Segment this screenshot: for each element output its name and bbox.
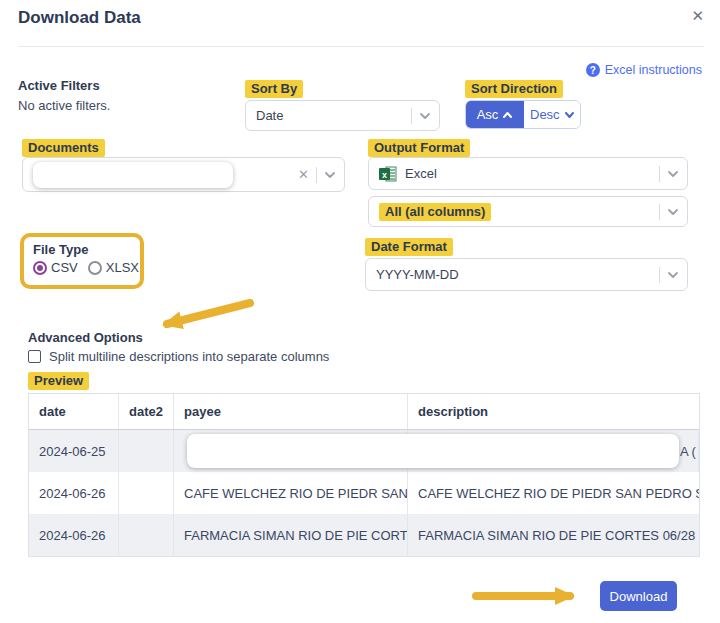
help-icon: ? <box>586 63 600 77</box>
documents-select[interactable]: ✕ <box>22 157 345 192</box>
excel-instructions-link[interactable]: ? Excel instructions <box>586 63 702 77</box>
date-format-label: Date Format <box>365 238 453 256</box>
date-format-select[interactable]: YYYY-MM-DD <box>365 258 688 291</box>
advanced-options-label: Advanced Options <box>28 330 143 345</box>
col-header-payee: payee <box>174 394 408 429</box>
col-header-description: description <box>408 394 699 429</box>
preview-label: Preview <box>28 372 89 390</box>
col-header-date2: date2 <box>119 394 174 429</box>
clear-icon[interactable]: ✕ <box>298 167 309 182</box>
sort-asc-button[interactable]: Asc <box>466 101 524 128</box>
active-filters-value: No active filters. <box>18 98 110 113</box>
sort-by-select[interactable]: Date <box>245 100 440 131</box>
table-row: 2024-06-26 CAFE WELCHEZ RIO DE PIEDR SAN… <box>29 472 699 514</box>
table-row: 2024-06-26 FARMACIA SIMAN RIO DE PIE COR… <box>29 514 699 556</box>
radio-selected-icon <box>33 261 47 275</box>
output-format-select[interactable]: x Excel <box>368 157 688 190</box>
output-format-label: Output Format <box>368 139 470 157</box>
excel-icon: x <box>379 166 397 182</box>
excel-instructions-label: Excel instructions <box>605 63 702 77</box>
sort-by-value: Date <box>256 108 404 123</box>
radio-unselected-icon <box>88 261 102 275</box>
sort-direction-label: Sort Direction <box>465 80 563 98</box>
date-format-value: YYYY-MM-DD <box>376 267 652 282</box>
chevron-down-icon <box>667 208 679 216</box>
chevron-down-icon <box>324 171 336 179</box>
redaction-overlay <box>187 434 679 468</box>
chevron-down-icon <box>667 271 679 279</box>
file-type-label: File Type <box>33 242 140 257</box>
page-title: Download Data <box>18 8 141 28</box>
chevron-down-icon <box>667 170 679 178</box>
download-data-modal: Download Data ✕ ? Excel instructions Act… <box>0 0 720 623</box>
svg-text:x: x <box>382 169 387 179</box>
annotation-arrow-advanced-options <box>145 293 260 338</box>
radio-xlsx[interactable]: XLSX <box>88 260 139 275</box>
documents-label: Documents <box>22 139 105 157</box>
header-divider <box>18 46 704 47</box>
active-filters-label: Active Filters <box>18 78 100 93</box>
chevron-down-icon <box>419 112 431 120</box>
file-type-annotation-box: File Type CSV XLSX <box>20 233 144 289</box>
columns-filter-value: All (all columns) <box>379 203 491 221</box>
radio-csv[interactable]: CSV <box>33 260 78 275</box>
redaction-overlay <box>33 162 233 188</box>
table-header-row: date date2 payee description <box>29 394 699 430</box>
output-format-value: Excel <box>405 166 437 181</box>
chevron-down-icon <box>564 111 574 119</box>
download-button[interactable]: Download <box>600 581 677 611</box>
split-multiline-checkbox[interactable] <box>28 350 41 363</box>
sort-direction-toggle: Asc Desc <box>465 100 581 129</box>
table-row: 2024-06-25 A ( <box>29 430 699 472</box>
partially-hidden-text: A ( <box>680 430 696 472</box>
split-multiline-checkbox-label: Split multiline descriptions into separa… <box>49 349 329 364</box>
close-icon[interactable]: ✕ <box>691 8 704 23</box>
annotation-arrow-download <box>468 585 593 607</box>
col-header-date: date <box>29 394 119 429</box>
sort-by-label: Sort By <box>245 80 303 98</box>
chevron-up-icon <box>502 111 513 119</box>
preview-table: date date2 payee description 2024-06-25 … <box>28 393 700 557</box>
columns-filter-select[interactable]: All (all columns) <box>368 196 688 227</box>
sort-desc-button[interactable]: Desc <box>524 101 580 128</box>
